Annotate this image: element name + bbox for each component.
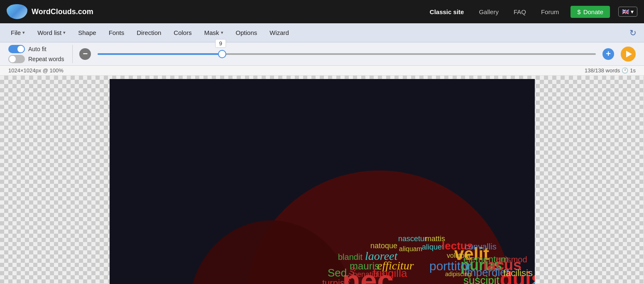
slider-track: 9 xyxy=(98,53,596,55)
increase-button[interactable]: + xyxy=(602,48,614,60)
top-navigation: WordClouds.com Classic site Gallery FAQ … xyxy=(0,0,644,23)
info-bar: 1024×1024px @ 100% 138/138 words 🕐 1s xyxy=(0,66,644,76)
svg-text:adipiscing: adipiscing xyxy=(445,271,471,277)
menu-file[interactable]: File ▾ xyxy=(5,26,31,40)
repeat-words-row: Repeat words xyxy=(8,55,64,63)
chevron-down-icon: ▾ xyxy=(221,30,223,35)
menu-fonts[interactable]: Fonts xyxy=(103,26,130,40)
svg-text:blandit: blandit xyxy=(338,252,362,262)
wordcloud-svg: nec massa nisl dolor magna ultricies tor… xyxy=(110,79,535,284)
menu-mask[interactable]: Mask ▾ xyxy=(198,26,229,40)
clock-icon: 🕐 xyxy=(622,67,628,74)
nav-classic-site[interactable]: Classic site xyxy=(426,7,468,17)
slider-value: 9 xyxy=(215,39,226,48)
chevron-down-icon: ▾ xyxy=(63,30,66,35)
slider-fill xyxy=(98,53,222,55)
toggle-group: Auto fit Repeat words xyxy=(8,45,73,63)
render-time: 1s xyxy=(630,67,636,74)
nav-gallery[interactable]: Gallery xyxy=(475,7,502,17)
donate-icon: $ xyxy=(577,8,580,15)
svg-text:euismod: euismod xyxy=(496,255,527,264)
menu-bar: File ▾ Word list ▾ Shape Fonts Direction… xyxy=(0,23,644,42)
menu-options[interactable]: Options xyxy=(230,26,263,40)
menu-word-list[interactable]: Word list ▾ xyxy=(32,26,71,40)
chevron-down-icon: ▾ xyxy=(22,30,25,35)
refresh-button[interactable]: ↻ xyxy=(627,25,639,40)
controls-bar: Auto fit Repeat words − 9 + xyxy=(0,42,644,66)
auto-fit-row: Auto fit xyxy=(8,45,64,53)
logo-icon xyxy=(7,4,27,19)
word-count-slider-container: 9 xyxy=(98,53,596,55)
chevron-down-icon: ▾ xyxy=(631,8,634,15)
wordcloud-container: nec massa nisl dolor magna ultricies tor… xyxy=(110,79,535,284)
repeat-words-label: Repeat words xyxy=(28,56,64,62)
decrease-button[interactable]: − xyxy=(79,48,91,60)
play-button[interactable] xyxy=(621,47,636,62)
logo-text: WordClouds.com xyxy=(32,7,93,16)
svg-text:natoque: natoque xyxy=(370,242,397,250)
svg-text:convallis: convallis xyxy=(465,242,497,251)
word-count: 138/138 words xyxy=(585,67,620,74)
svg-text:nascetur: nascetur xyxy=(398,235,427,243)
logo-area[interactable]: WordClouds.com xyxy=(7,4,93,19)
menu-wizard[interactable]: Wizard xyxy=(264,26,295,40)
svg-text:penatibus: penatibus xyxy=(353,270,385,279)
repeat-words-toggle[interactable] xyxy=(8,55,25,63)
canvas-dimensions: 1024×1024px @ 100% xyxy=(8,67,585,74)
canvas-area: nec massa nisl dolor magna ultricies tor… xyxy=(0,76,644,284)
svg-text:aliquet: aliquet xyxy=(422,243,444,251)
flag-icon: 🇬🇧 xyxy=(622,8,629,15)
nav-forum[interactable]: Forum xyxy=(538,7,562,17)
menu-direction[interactable]: Direction xyxy=(131,26,167,40)
svg-text:aliquam: aliquam xyxy=(399,245,422,252)
auto-fit-label: Auto fit xyxy=(28,46,47,52)
auto-fit-toggle[interactable] xyxy=(8,45,25,53)
nav-faq[interactable]: FAQ xyxy=(510,7,529,17)
donate-button[interactable]: $ Donate xyxy=(571,6,610,18)
menu-colors[interactable]: Colors xyxy=(168,26,197,40)
language-selector[interactable]: 🇬🇧 ▾ xyxy=(618,7,637,17)
menu-shape[interactable]: Shape xyxy=(72,26,102,40)
svg-text:facilisis: facilisis xyxy=(503,268,533,278)
info-right: 138/138 words 🕐 1s xyxy=(585,67,636,74)
slider-thumb[interactable]: 9 xyxy=(218,50,226,58)
